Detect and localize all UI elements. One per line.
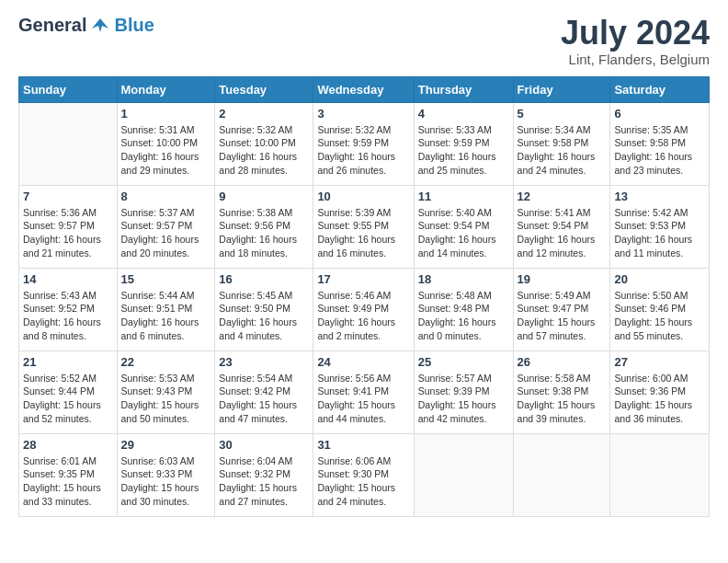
calendar-week-row: 14Sunrise: 5:43 AM Sunset: 9:52 PM Dayli…: [19, 268, 710, 350]
day-number: 21: [23, 355, 113, 369]
day-info: Sunrise: 5:40 AM Sunset: 9:54 PM Dayligh…: [418, 206, 509, 260]
day-number: 25: [418, 355, 509, 369]
day-info: Sunrise: 6:04 AM Sunset: 9:32 PM Dayligh…: [219, 454, 309, 509]
calendar-cell: 21Sunrise: 5:52 AM Sunset: 9:44 PM Dayli…: [19, 350, 118, 433]
day-number: 5: [518, 107, 607, 121]
calendar-cell: [414, 433, 513, 516]
calendar-cell: 30Sunrise: 6:04 AM Sunset: 9:32 PM Dayli…: [215, 433, 313, 516]
day-number: 11: [418, 190, 509, 203]
svg-marker-0: [92, 18, 108, 32]
day-info: Sunrise: 5:54 AM Sunset: 9:42 PM Dayligh…: [219, 372, 309, 426]
calendar-week-row: 7Sunrise: 5:36 AM Sunset: 9:57 PM Daylig…: [19, 185, 710, 268]
weekday-header-sunday: Sunday: [19, 76, 118, 102]
calendar-cell: 8Sunrise: 5:37 AM Sunset: 9:57 PM Daylig…: [117, 185, 215, 268]
day-info: Sunrise: 5:31 AM Sunset: 10:00 PM Daylig…: [121, 123, 211, 178]
logo-blue-text: Blue: [114, 15, 154, 36]
calendar-cell: 17Sunrise: 5:46 AM Sunset: 9:49 PM Dayli…: [313, 268, 414, 350]
calendar-week-row: 1Sunrise: 5:31 AM Sunset: 10:00 PM Dayli…: [19, 102, 710, 185]
day-info: Sunrise: 6:06 AM Sunset: 9:30 PM Dayligh…: [317, 454, 409, 509]
day-number: 3: [317, 107, 409, 121]
weekday-header-friday: Friday: [513, 76, 610, 102]
day-info: Sunrise: 6:03 AM Sunset: 9:33 PM Dayligh…: [121, 454, 211, 509]
calendar-table: SundayMondayTuesdayWednesdayThursdayFrid…: [18, 76, 710, 517]
day-info: Sunrise: 5:50 AM Sunset: 9:46 PM Dayligh…: [614, 289, 705, 343]
day-info: Sunrise: 5:36 AM Sunset: 9:57 PM Dayligh…: [23, 206, 113, 260]
day-info: Sunrise: 5:58 AM Sunset: 9:38 PM Dayligh…: [518, 372, 607, 426]
calendar-cell: 14Sunrise: 5:43 AM Sunset: 9:52 PM Dayli…: [19, 268, 118, 350]
day-number: 8: [121, 190, 211, 203]
day-number: 2: [219, 107, 309, 121]
calendar-cell: 3Sunrise: 5:32 AM Sunset: 9:59 PM Daylig…: [313, 102, 414, 185]
page-header: General Blue July 2024 Lint, Flanders, B…: [18, 15, 710, 67]
day-number: 6: [614, 107, 705, 121]
calendar-cell: 15Sunrise: 5:44 AM Sunset: 9:51 PM Dayli…: [117, 268, 215, 350]
calendar-cell: 4Sunrise: 5:33 AM Sunset: 9:59 PM Daylig…: [414, 102, 513, 185]
calendar-cell: 2Sunrise: 5:32 AM Sunset: 10:00 PM Dayli…: [215, 102, 313, 185]
logo-bird-icon: [90, 16, 110, 36]
day-info: Sunrise: 5:56 AM Sunset: 9:41 PM Dayligh…: [317, 372, 409, 426]
day-info: Sunrise: 5:57 AM Sunset: 9:39 PM Dayligh…: [418, 372, 509, 426]
calendar-cell: [19, 102, 118, 185]
day-info: Sunrise: 5:38 AM Sunset: 9:56 PM Dayligh…: [219, 206, 309, 260]
day-info: Sunrise: 5:42 AM Sunset: 9:53 PM Dayligh…: [614, 206, 705, 260]
day-number: 31: [317, 438, 409, 452]
day-number: 22: [121, 355, 211, 369]
calendar-cell: 19Sunrise: 5:49 AM Sunset: 9:47 PM Dayli…: [513, 268, 610, 350]
day-info: Sunrise: 5:41 AM Sunset: 9:54 PM Dayligh…: [518, 206, 607, 260]
day-info: Sunrise: 5:43 AM Sunset: 9:52 PM Dayligh…: [23, 289, 113, 343]
calendar-cell: [610, 433, 710, 516]
weekday-header-thursday: Thursday: [414, 76, 513, 102]
calendar-cell: 25Sunrise: 5:57 AM Sunset: 9:39 PM Dayli…: [414, 350, 513, 433]
calendar-cell: 18Sunrise: 5:48 AM Sunset: 9:48 PM Dayli…: [414, 268, 513, 350]
day-number: 24: [317, 355, 409, 369]
day-info: Sunrise: 6:01 AM Sunset: 9:35 PM Dayligh…: [23, 454, 113, 509]
day-info: Sunrise: 5:37 AM Sunset: 9:57 PM Dayligh…: [121, 206, 211, 260]
calendar-cell: 22Sunrise: 5:53 AM Sunset: 9:43 PM Dayli…: [117, 350, 215, 433]
day-number: 12: [518, 190, 607, 203]
day-number: 29: [121, 438, 211, 452]
day-info: Sunrise: 6:00 AM Sunset: 9:36 PM Dayligh…: [614, 372, 705, 426]
calendar-cell: 9Sunrise: 5:38 AM Sunset: 9:56 PM Daylig…: [215, 185, 313, 268]
calendar-cell: 12Sunrise: 5:41 AM Sunset: 9:54 PM Dayli…: [513, 185, 610, 268]
day-info: Sunrise: 5:44 AM Sunset: 9:51 PM Dayligh…: [121, 289, 211, 343]
day-info: Sunrise: 5:48 AM Sunset: 9:48 PM Dayligh…: [418, 289, 509, 343]
day-info: Sunrise: 5:32 AM Sunset: 9:59 PM Dayligh…: [317, 123, 409, 178]
location-text: Lint, Flanders, Belgium: [561, 52, 710, 67]
day-info: Sunrise: 5:52 AM Sunset: 9:44 PM Dayligh…: [23, 372, 113, 426]
day-info: Sunrise: 5:32 AM Sunset: 10:00 PM Daylig…: [219, 123, 309, 178]
title-block: July 2024 Lint, Flanders, Belgium: [561, 15, 710, 67]
day-number: 14: [23, 272, 113, 286]
day-number: 23: [219, 355, 309, 369]
logo-general-text: General: [18, 15, 86, 36]
day-info: Sunrise: 5:46 AM Sunset: 9:49 PM Dayligh…: [317, 289, 409, 343]
day-number: 4: [418, 107, 509, 121]
calendar-cell: 27Sunrise: 6:00 AM Sunset: 9:36 PM Dayli…: [610, 350, 710, 433]
day-info: Sunrise: 5:34 AM Sunset: 9:58 PM Dayligh…: [518, 123, 607, 178]
day-number: 1: [121, 107, 211, 121]
weekday-header-monday: Monday: [117, 76, 215, 102]
weekday-header-wednesday: Wednesday: [313, 76, 414, 102]
calendar-cell: 10Sunrise: 5:39 AM Sunset: 9:55 PM Dayli…: [313, 185, 414, 268]
day-number: 15: [121, 272, 211, 286]
day-number: 30: [219, 438, 309, 452]
calendar-cell: 1Sunrise: 5:31 AM Sunset: 10:00 PM Dayli…: [117, 102, 215, 185]
day-number: 13: [614, 190, 705, 203]
day-number: 17: [317, 272, 409, 286]
day-info: Sunrise: 5:45 AM Sunset: 9:50 PM Dayligh…: [219, 289, 309, 343]
day-number: 10: [317, 190, 409, 203]
day-info: Sunrise: 5:39 AM Sunset: 9:55 PM Dayligh…: [317, 206, 409, 260]
calendar-cell: 16Sunrise: 5:45 AM Sunset: 9:50 PM Dayli…: [215, 268, 313, 350]
day-number: 18: [418, 272, 509, 286]
calendar-cell: 29Sunrise: 6:03 AM Sunset: 9:33 PM Dayli…: [117, 433, 215, 516]
month-title: July 2024: [561, 15, 710, 52]
weekday-header-tuesday: Tuesday: [215, 76, 313, 102]
calendar-cell: 24Sunrise: 5:56 AM Sunset: 9:41 PM Dayli…: [313, 350, 414, 433]
calendar-cell: 6Sunrise: 5:35 AM Sunset: 9:58 PM Daylig…: [610, 102, 710, 185]
calendar-cell: [513, 433, 610, 516]
day-number: 26: [518, 355, 607, 369]
calendar-week-row: 21Sunrise: 5:52 AM Sunset: 9:44 PM Dayli…: [19, 350, 710, 433]
day-number: 27: [614, 355, 705, 369]
calendar-cell: 23Sunrise: 5:54 AM Sunset: 9:42 PM Dayli…: [215, 350, 313, 433]
calendar-cell: 26Sunrise: 5:58 AM Sunset: 9:38 PM Dayli…: [513, 350, 610, 433]
calendar-cell: 5Sunrise: 5:34 AM Sunset: 9:58 PM Daylig…: [513, 102, 610, 185]
